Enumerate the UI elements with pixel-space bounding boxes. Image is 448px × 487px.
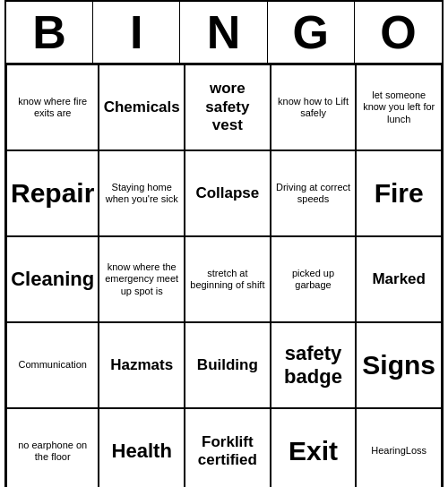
header-letter: B bbox=[6, 2, 93, 63]
bingo-cell: Exit bbox=[271, 408, 357, 487]
bingo-cell: Cleaning bbox=[6, 236, 99, 322]
bingo-cell: Driving at correct speeds bbox=[271, 150, 357, 236]
bingo-cell: safety badge bbox=[271, 322, 357, 408]
bingo-cell: Chemicals bbox=[99, 64, 185, 150]
bingo-cell: no earphone on the floor bbox=[6, 408, 99, 487]
bingo-cell: know where the emergency meet up spot is bbox=[99, 236, 185, 322]
bingo-card: BINGO know where fire exits areChemicals… bbox=[4, 0, 444, 487]
header-letter: I bbox=[93, 2, 180, 63]
bingo-cell: Signs bbox=[356, 322, 442, 408]
bingo-cell: Fire bbox=[356, 150, 442, 236]
header-letter: O bbox=[355, 2, 442, 63]
bingo-cell: Staying home when you're sick bbox=[99, 150, 185, 236]
header-letter: G bbox=[268, 2, 355, 63]
bingo-cell: let someone know you left for lunch bbox=[356, 64, 442, 150]
bingo-cell: picked up garbage bbox=[271, 236, 357, 322]
bingo-header: BINGO bbox=[6, 2, 442, 64]
bingo-cell: HearingLoss bbox=[356, 408, 442, 487]
bingo-cell: Marked bbox=[356, 236, 442, 322]
bingo-cell: Hazmats bbox=[99, 322, 185, 408]
bingo-cell: Forklift certified bbox=[185, 408, 271, 487]
bingo-cell: know how to Lift safely bbox=[271, 64, 357, 150]
bingo-cell: wore safety vest bbox=[185, 64, 271, 150]
header-letter: N bbox=[180, 2, 267, 63]
bingo-cell: know where fire exits are bbox=[6, 64, 99, 150]
bingo-cell: Building bbox=[185, 322, 271, 408]
bingo-cell: stretch at beginning of shift bbox=[185, 236, 271, 322]
bingo-cell: Collapse bbox=[185, 150, 271, 236]
bingo-grid: know where fire exits areChemicalswore s… bbox=[6, 64, 442, 487]
bingo-cell: Communication bbox=[6, 322, 99, 408]
bingo-cell: Repair bbox=[6, 150, 99, 236]
bingo-cell: Health bbox=[99, 408, 185, 487]
